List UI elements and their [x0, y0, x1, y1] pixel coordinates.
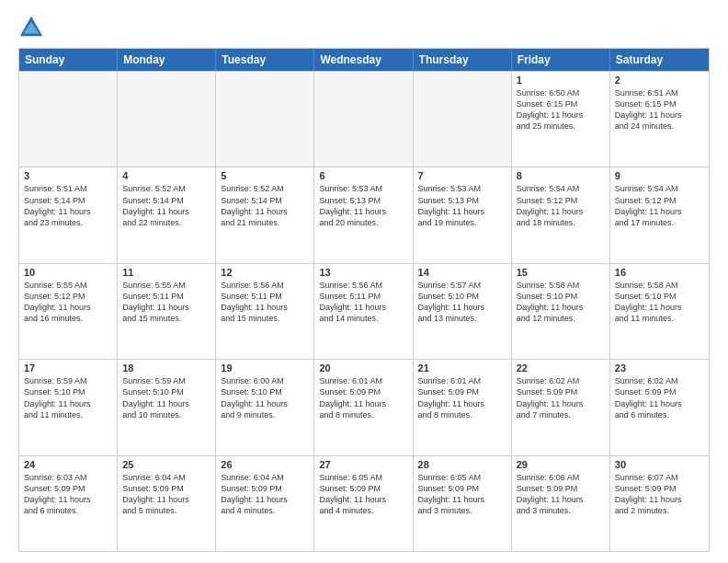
cell-content: Sunrise: 6:03 AMSunset: 5:09 PMDaylight:…	[24, 472, 112, 517]
day-number: 2	[615, 75, 704, 86]
logo	[18, 15, 50, 40]
cell-content: Sunrise: 6:06 AMSunset: 5:09 PMDaylight:…	[517, 472, 605, 517]
cell-content: Sunrise: 6:02 AMSunset: 5:09 PMDaylight:…	[517, 375, 605, 420]
calendar-cell: 27Sunrise: 6:05 AMSunset: 5:09 PMDayligh…	[314, 456, 413, 551]
calendar-cell	[314, 72, 413, 167]
calendar-row: 17Sunrise: 5:59 AMSunset: 5:10 PMDayligh…	[19, 359, 709, 454]
cell-content: Sunrise: 5:52 AMSunset: 5:14 PMDaylight:…	[221, 183, 309, 228]
calendar-cell: 15Sunrise: 5:58 AMSunset: 5:10 PMDayligh…	[512, 264, 610, 359]
calendar: SundayMondayTuesdayWednesdayThursdayFrid…	[18, 48, 710, 552]
page: SundayMondayTuesdayWednesdayThursdayFrid…	[0, 0, 728, 563]
calendar-cell: 24Sunrise: 6:03 AMSunset: 5:09 PMDayligh…	[19, 456, 118, 551]
day-number: 3	[24, 170, 112, 181]
day-number: 4	[122, 170, 210, 181]
day-number: 8	[517, 170, 605, 181]
calendar-cell: 17Sunrise: 5:59 AMSunset: 5:10 PMDayligh…	[19, 360, 118, 454]
calendar-cell: 28Sunrise: 6:05 AMSunset: 5:09 PMDayligh…	[414, 456, 512, 551]
day-number: 23	[615, 362, 704, 373]
calendar-cell: 7Sunrise: 5:53 AMSunset: 5:13 PMDaylight…	[414, 167, 512, 262]
cell-content: Sunrise: 5:52 AMSunset: 5:14 PMDaylight:…	[122, 183, 210, 228]
cell-content: Sunrise: 5:51 AMSunset: 5:14 PMDaylight:…	[24, 183, 112, 228]
cell-content: Sunrise: 5:59 AMSunset: 5:10 PMDaylight:…	[24, 375, 112, 420]
day-number: 26	[221, 459, 309, 470]
cell-content: Sunrise: 6:01 AMSunset: 5:09 PMDaylight:…	[319, 375, 407, 420]
calendar-cell: 16Sunrise: 5:58 AMSunset: 5:10 PMDayligh…	[610, 264, 709, 359]
day-number: 14	[418, 267, 506, 278]
calendar-cell: 21Sunrise: 6:01 AMSunset: 5:09 PMDayligh…	[414, 360, 512, 454]
calendar-cell: 13Sunrise: 5:56 AMSunset: 5:11 PMDayligh…	[314, 264, 413, 359]
calendar-cell: 6Sunrise: 5:53 AMSunset: 5:13 PMDaylight…	[314, 167, 413, 262]
cell-content: Sunrise: 5:58 AMSunset: 5:10 PMDaylight:…	[615, 280, 704, 325]
header-day: Sunday	[19, 49, 118, 71]
calendar-cell: 26Sunrise: 6:04 AMSunset: 5:09 PMDayligh…	[216, 456, 314, 551]
cell-content: Sunrise: 6:04 AMSunset: 5:09 PMDaylight:…	[221, 472, 309, 517]
cell-content: Sunrise: 6:50 AMSunset: 6:15 PMDaylight:…	[517, 87, 605, 132]
cell-content: Sunrise: 5:59 AMSunset: 5:10 PMDaylight:…	[122, 375, 210, 420]
calendar-row: 24Sunrise: 6:03 AMSunset: 5:09 PMDayligh…	[19, 455, 709, 551]
cell-content: Sunrise: 6:02 AMSunset: 5:09 PMDaylight:…	[615, 375, 704, 420]
cell-content: Sunrise: 6:01 AMSunset: 5:09 PMDaylight:…	[418, 375, 506, 420]
day-number: 18	[122, 362, 210, 373]
calendar-cell: 14Sunrise: 5:57 AMSunset: 5:10 PMDayligh…	[414, 264, 512, 359]
cell-content: Sunrise: 6:05 AMSunset: 5:09 PMDaylight:…	[319, 472, 407, 517]
day-number: 19	[221, 362, 309, 373]
day-number: 29	[517, 459, 605, 470]
calendar-cell: 9Sunrise: 5:54 AMSunset: 5:12 PMDaylight…	[610, 167, 709, 262]
cell-content: Sunrise: 5:55 AMSunset: 5:11 PMDaylight:…	[122, 280, 210, 325]
day-number: 24	[24, 459, 112, 470]
day-number: 9	[615, 170, 704, 181]
cell-content: Sunrise: 5:54 AMSunset: 5:12 PMDaylight:…	[615, 183, 704, 228]
day-number: 20	[319, 362, 407, 373]
header-day: Thursday	[414, 49, 512, 71]
calendar-cell: 10Sunrise: 5:55 AMSunset: 5:12 PMDayligh…	[19, 264, 118, 359]
cell-content: Sunrise: 6:00 AMSunset: 5:10 PMDaylight:…	[221, 375, 309, 420]
day-number: 17	[24, 362, 112, 373]
cell-content: Sunrise: 5:53 AMSunset: 5:13 PMDaylight:…	[319, 183, 407, 228]
day-number: 6	[319, 170, 407, 181]
calendar-cell: 1Sunrise: 6:50 AMSunset: 6:15 PMDaylight…	[512, 72, 610, 167]
calendar-cell: 2Sunrise: 6:51 AMSunset: 6:15 PMDaylight…	[610, 72, 709, 167]
calendar-cell: 25Sunrise: 6:04 AMSunset: 5:09 PMDayligh…	[118, 456, 216, 551]
logo-icon	[18, 15, 44, 40]
cell-content: Sunrise: 5:56 AMSunset: 5:11 PMDaylight:…	[319, 280, 407, 325]
calendar-cell: 29Sunrise: 6:06 AMSunset: 5:09 PMDayligh…	[512, 456, 610, 551]
calendar-cell: 30Sunrise: 6:07 AMSunset: 5:09 PMDayligh…	[610, 456, 709, 551]
calendar-cell	[414, 72, 512, 167]
cell-content: Sunrise: 5:54 AMSunset: 5:12 PMDaylight:…	[517, 183, 605, 228]
header-day: Wednesday	[314, 49, 413, 71]
header-day: Tuesday	[216, 49, 314, 71]
header-day: Friday	[512, 49, 610, 71]
cell-content: Sunrise: 6:04 AMSunset: 5:09 PMDaylight:…	[122, 472, 210, 517]
calendar-cell: 8Sunrise: 5:54 AMSunset: 5:12 PMDaylight…	[512, 167, 610, 262]
day-number: 10	[24, 267, 112, 278]
day-number: 16	[615, 267, 704, 278]
cell-content: Sunrise: 5:58 AMSunset: 5:10 PMDaylight:…	[517, 280, 605, 325]
calendar-body: 1Sunrise: 6:50 AMSunset: 6:15 PMDaylight…	[19, 71, 709, 551]
cell-content: Sunrise: 6:51 AMSunset: 6:15 PMDaylight:…	[615, 87, 704, 132]
cell-content: Sunrise: 6:05 AMSunset: 5:09 PMDaylight:…	[418, 472, 506, 517]
day-number: 1	[517, 75, 605, 86]
day-number: 7	[418, 170, 506, 181]
calendar-header: SundayMondayTuesdayWednesdayThursdayFrid…	[19, 49, 709, 71]
calendar-row: 3Sunrise: 5:51 AMSunset: 5:14 PMDaylight…	[19, 167, 709, 262]
header-day: Monday	[118, 49, 216, 71]
cell-content: Sunrise: 5:57 AMSunset: 5:10 PMDaylight:…	[418, 280, 506, 325]
header-day: Saturday	[610, 49, 709, 71]
day-number: 25	[122, 459, 210, 470]
calendar-cell	[216, 72, 314, 167]
day-number: 28	[418, 459, 506, 470]
calendar-cell: 18Sunrise: 5:59 AMSunset: 5:10 PMDayligh…	[118, 360, 216, 454]
calendar-cell: 23Sunrise: 6:02 AMSunset: 5:09 PMDayligh…	[610, 360, 709, 454]
calendar-row: 10Sunrise: 5:55 AMSunset: 5:12 PMDayligh…	[19, 263, 709, 359]
day-number: 22	[517, 362, 605, 373]
calendar-cell	[118, 72, 216, 167]
calendar-cell: 22Sunrise: 6:02 AMSunset: 5:09 PMDayligh…	[512, 360, 610, 454]
day-number: 15	[517, 267, 605, 278]
day-number: 5	[221, 170, 309, 181]
cell-content: Sunrise: 5:53 AMSunset: 5:13 PMDaylight:…	[418, 183, 506, 228]
day-number: 13	[319, 267, 407, 278]
cell-content: Sunrise: 6:07 AMSunset: 5:09 PMDaylight:…	[615, 472, 704, 517]
day-number: 12	[221, 267, 309, 278]
calendar-row: 1Sunrise: 6:50 AMSunset: 6:15 PMDaylight…	[19, 71, 709, 167]
cell-content: Sunrise: 5:56 AMSunset: 5:11 PMDaylight:…	[221, 280, 309, 325]
